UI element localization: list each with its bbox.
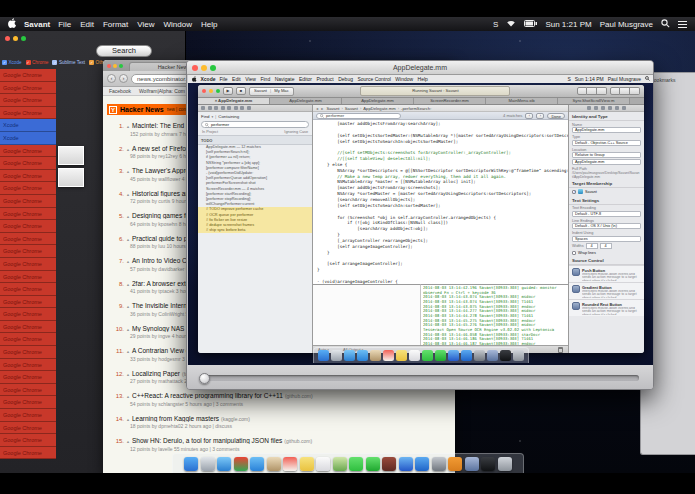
wrap-lines-row[interactable]: Wrap lines xyxy=(569,249,644,256)
library-item[interactable]: Gradient ButtonIntercepts mouse-down eve… xyxy=(569,282,644,299)
inner-menu-view[interactable]: View xyxy=(245,76,256,82)
find-mode-select[interactable]: Find xyxy=(201,114,210,119)
find-search-field[interactable]: performer xyxy=(201,121,309,128)
text-encoding-select[interactable]: Default - UTF-8 xyxy=(572,211,641,217)
issue-navigator-icon[interactable] xyxy=(221,106,225,110)
upvote-arrow-icon[interactable]: ▲ xyxy=(126,304,130,309)
jump-bar-item[interactable]: Savant xyxy=(326,106,339,111)
jump-bar-item[interactable]: -performSearch: xyxy=(401,106,431,111)
file-name-field[interactable]: AppDelegate.mm xyxy=(572,159,641,165)
story-title[interactable]: Show HN: Derulo, a tool for manipulating… xyxy=(132,437,282,444)
identity-inspector-icon[interactable] xyxy=(601,106,605,110)
spotlight-icon[interactable] xyxy=(661,19,670,30)
wifi-icon[interactable] xyxy=(506,19,516,29)
find-qualifier-select[interactable]: Containing xyxy=(218,114,239,119)
upvote-arrow-icon[interactable]: ▲ xyxy=(126,237,130,242)
symbol-navigator-icon[interactable] xyxy=(208,106,212,110)
indent-width-stepper[interactable]: 4 xyxy=(600,243,612,249)
upvote-arrow-icon[interactable]: ▲ xyxy=(126,372,130,377)
dock-icon-chrome[interactable] xyxy=(234,457,248,471)
utilities-toggle-button[interactable] xyxy=(630,87,640,95)
inner-dock-icon-finder[interactable] xyxy=(318,350,329,361)
scrubber-knob[interactable] xyxy=(199,373,210,384)
xcode-zoom-button[interactable] xyxy=(216,89,220,93)
line-endings-select[interactable]: Default - OS X / Unix (\n) xyxy=(572,223,641,229)
find-next-button[interactable]: › xyxy=(536,113,544,119)
menu-edit[interactable]: Edit xyxy=(80,20,94,29)
bookmark-item[interactable]: Wolfram|Alpha: Com xyxy=(139,88,185,94)
target-checkbox[interactable]: ✓ xyxy=(572,190,576,194)
activity-row-chrome[interactable]: Google Chrome xyxy=(0,233,56,246)
filter-checkbox-sublime-text[interactable]: ✓ xyxy=(52,60,57,65)
viewer-zoom-button[interactable] xyxy=(210,65,216,71)
find-done-button[interactable]: Done xyxy=(547,113,565,119)
dock-icon-app-store[interactable] xyxy=(415,457,429,471)
version-editor-button[interactable] xyxy=(597,87,607,95)
dock-icon-messages[interactable] xyxy=(349,457,363,471)
dock-icon-finder[interactable] xyxy=(184,457,198,471)
activity-row-chrome[interactable]: Google Chrome xyxy=(0,283,56,296)
dock-icon-xcode[interactable] xyxy=(465,457,479,471)
inner-dock-icon-messages[interactable] xyxy=(422,350,433,361)
inner-dock-icon-terminal[interactable] xyxy=(500,350,511,361)
xcode-tab[interactable]: AppDelegate.mm xyxy=(270,98,342,104)
menu-window[interactable]: Window xyxy=(163,20,191,29)
upvote-arrow-icon[interactable]: ▲ xyxy=(126,349,130,354)
activity-row-chrome[interactable]: Google Chrome xyxy=(0,422,56,435)
filter-chrome[interactable]: ✓Chrome xyxy=(26,60,49,65)
inner-menu-window[interactable]: Window xyxy=(395,76,413,82)
type-select[interactable]: Default - Objective-C++ Source xyxy=(572,140,641,146)
library-item[interactable]: Rounded Rect ButtonIntercepts mouse-down… xyxy=(569,299,644,316)
site-title[interactable]: Hacker News xyxy=(120,106,164,113)
menu-view[interactable]: View xyxy=(137,20,154,29)
breakpoint-navigator-icon[interactable] xyxy=(240,106,244,110)
viewer-close-button[interactable] xyxy=(192,65,198,71)
timeline-scrubber[interactable] xyxy=(201,375,639,381)
debug-navigator-icon[interactable] xyxy=(234,106,238,110)
file-inspector-icon[interactable] xyxy=(587,106,591,110)
xcode-tab[interactable]: × AppDelegate.mm xyxy=(198,98,270,104)
dock-icon-itunes[interactable] xyxy=(399,457,413,471)
activity-row-xcode[interactable]: Xcode xyxy=(0,119,56,132)
inner-dock-icon-mail[interactable] xyxy=(357,350,368,361)
find-results-group-header[interactable]: TODO xyxy=(198,135,312,145)
filter-checkbox-other[interactable]: ✓ xyxy=(89,60,94,65)
assistant-editor-button[interactable] xyxy=(587,87,597,95)
find-field[interactable]: performer xyxy=(316,113,401,119)
navigator-toggle-button[interactable] xyxy=(610,87,620,95)
dock-icon-calendar[interactable] xyxy=(283,457,297,471)
library-item[interactable]: Push ButtonIntercepts mouse-down events … xyxy=(569,265,644,282)
browser-close-button[interactable] xyxy=(107,64,111,68)
upvote-arrow-icon[interactable]: ▲ xyxy=(126,417,130,422)
run-button[interactable]: ▶ xyxy=(223,87,233,95)
inner-dock-icon-reminders[interactable] xyxy=(409,350,420,361)
browser-minimize-button[interactable] xyxy=(113,64,117,68)
standard-editor-button[interactable] xyxy=(577,87,587,95)
upvote-arrow-icon[interactable]: ▲ xyxy=(126,124,130,129)
inner-menu-file[interactable]: File xyxy=(220,76,228,82)
activity-row-chrome[interactable]: Google Chrome xyxy=(0,157,56,170)
xcode-minimize-button[interactable] xyxy=(209,89,213,93)
menu-user[interactable]: Paul Musgrave xyxy=(600,20,653,29)
inner-menu-debug[interactable]: Debug xyxy=(338,76,353,82)
screenshot-thumbnail-2[interactable] xyxy=(58,168,84,187)
activity-row-chrome[interactable]: Google Chrome xyxy=(0,346,56,359)
minimize-button[interactable] xyxy=(13,36,18,41)
forward-button[interactable]: › xyxy=(119,74,128,83)
activity-row-chrome[interactable]: Google Chrome xyxy=(0,220,56,233)
find-previous-button[interactable]: ‹ xyxy=(525,113,533,119)
inner-menu-editor[interactable]: Editor xyxy=(299,76,312,82)
connections-inspector-icon[interactable] xyxy=(622,106,626,110)
upvote-arrow-icon[interactable]: ▲ xyxy=(126,192,130,197)
inner-menu-edit[interactable]: Edit xyxy=(232,76,241,82)
dock-icon-safari[interactable] xyxy=(217,457,231,471)
inner-dock-icon-system-preferences[interactable] xyxy=(474,350,485,361)
dock-icon-photo-booth[interactable] xyxy=(382,457,396,471)
activity-row-chrome[interactable]: Google Chrome xyxy=(0,208,56,221)
activity-row-chrome[interactable]: Google Chrome xyxy=(0,359,56,372)
scheme-selector[interactable]: Savant|My Mac xyxy=(249,87,294,96)
location-select[interactable]: Relative to Group xyxy=(572,152,641,158)
activity-row-chrome[interactable]: Google Chrome xyxy=(0,170,56,183)
battery-icon[interactable] xyxy=(524,20,537,29)
menu-help[interactable]: Help xyxy=(201,20,217,29)
